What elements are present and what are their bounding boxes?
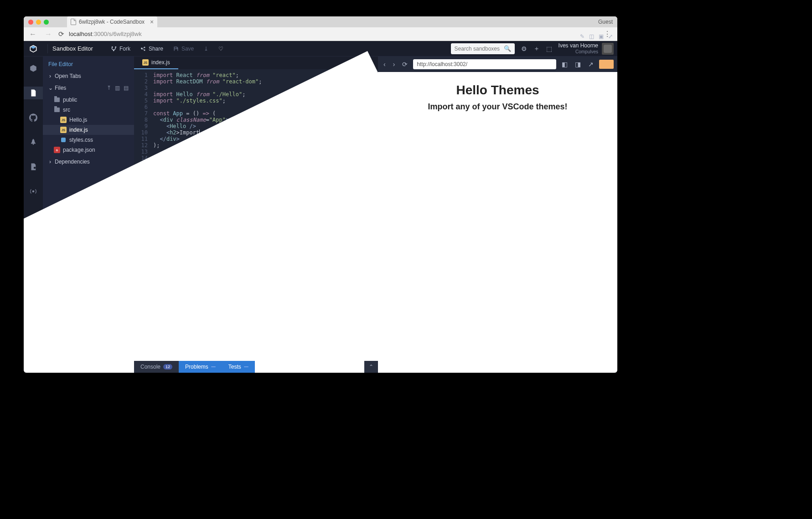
search-icon[interactable]: 🔍 [504,45,511,52]
browser-tab[interactable]: 6wllzpj8wk - CodeSandbox × [67,16,157,27]
upload-icon[interactable]: ⤒ [107,85,111,91]
github-icon[interactable] [24,111,43,124]
expand-icon[interactable]: ⤢ [608,33,613,40]
open-tabs-section[interactable]: ›Open Tabs [43,70,134,82]
tests-tab[interactable]: Tests [222,361,255,373]
file-index-js[interactable]: JSindex.js [43,125,134,135]
share-button[interactable]: Share [140,46,163,52]
folder-public[interactable]: public [43,95,134,105]
preview-reload-icon[interactable]: ⟳ [400,61,409,68]
tab-label: index.js [151,59,170,66]
file-package-label: package.json [63,147,95,153]
nav-forward-icon[interactable]: → [43,30,54,38]
topbar-right: 🔍 ⚙ ＋ ⬚ Ives van Hoorne Compulves [451,43,617,55]
ln-9: 9 [134,123,153,129]
editor-tabs: JSindex.js [134,57,378,69]
top-actions: Fork Share Save ⤓ ♡ [111,46,223,52]
window-close-button[interactable] [28,20,33,25]
file-explorer: File Editor ›Open Tabs ⌄Files ⤒ ▥ ▤ publ… [43,57,134,373]
plus-icon[interactable]: ＋ [533,45,540,53]
codesandbox-app: Sandbox Editor Fork Share Save ⤓ ♡ [24,41,617,373]
activity-bar [24,57,43,373]
folder-src-label: src [63,107,70,113]
layout-right-icon[interactable]: ◨ [573,61,583,68]
fork-button[interactable]: Fork [111,46,130,52]
preview-forward-icon[interactable]: › [391,61,397,68]
avatar [602,43,614,55]
ln-6: 6 [134,104,153,110]
fork-label: Fork [119,46,130,52]
save-icon [173,46,179,51]
live-icon[interactable] [24,185,43,198]
github-footer-icon[interactable]: 🐙 [58,361,65,367]
browser-tab-title: 6wllzpj8wk - CodeSandbox [79,19,145,25]
main-area: File Editor ›Open Tabs ⌄Files ⤒ ▥ ▤ publ… [24,57,617,373]
gear-icon[interactable]: ⚙ [521,45,527,52]
folder-src[interactable]: src [43,105,134,115]
ln-12: 12 [134,142,153,149]
code-editor[interactable]: 1import React from "react"; 2import Reac… [134,69,378,361]
preview-url[interactable]: http://localhost:3002/ [413,59,556,69]
ln-4: 4 [134,91,153,98]
files-icon[interactable] [24,87,43,99]
file-styles-css[interactable]: styles.css [43,135,134,145]
console-tab[interactable]: Console12 [134,361,179,373]
sidebar-footer: 🐦 🐙 💬 DEV-1531662863-c3a48abe [43,355,134,373]
project-icon[interactable] [24,62,43,75]
reload-icon[interactable]: ⟳ [58,30,64,38]
share-label: Share [149,46,163,52]
twitter-icon[interactable]: 🐦 [47,361,54,367]
search-sandboxes[interactable]: 🔍 [451,43,515,54]
discord-icon[interactable]: 💬 [69,361,76,367]
app-logo[interactable] [24,44,43,53]
ln-10: 10 [134,129,153,136]
search-input[interactable] [455,46,500,52]
layout-left-icon[interactable]: ◧ [560,61,569,68]
files-section[interactable]: ⌄Files ⤒ ▥ ▤ [43,82,134,94]
share-icon [140,46,146,51]
download-icon[interactable]: ⤓ [204,46,208,52]
panel-expand-icon[interactable]: ⌃ [364,361,378,373]
tests-badge [244,366,248,367]
pencil-icon[interactable]: ✎ [580,33,584,40]
dependencies-section[interactable]: ›Dependencies [43,156,134,168]
console-badge: 12 [163,364,172,370]
window-minimize-button[interactable] [36,20,41,25]
app-title: Sandbox Editor [52,45,93,52]
file-package-json[interactable]: npackage.json [43,145,134,155]
new-file-icon[interactable]: ▤ [124,85,129,91]
problems-badge [211,366,216,367]
user-name: Ives van Hoorne [559,43,598,49]
tab-index-js[interactable]: JSindex.js [134,57,178,69]
theme-swatch[interactable] [599,60,614,69]
tab-close-icon[interactable]: × [150,18,154,26]
ln-2: 2 [134,78,153,85]
preview-subheading: Import any of your VSCode themes! [389,102,606,112]
app-topbar: Sandbox Editor Fork Share Save ⤓ ♡ [24,41,617,57]
split-view-icon[interactable]: ◫ [589,33,594,40]
divider [47,44,48,53]
window-maximize-button[interactable] [44,20,49,25]
save-button[interactable]: Save [173,46,194,52]
problems-tab[interactable]: Problems [179,361,222,373]
new-folder-icon[interactable]: ▥ [115,85,120,91]
preview-toolbar: ‹ › ⟳ http://localhost:3002/ ◧ ◨ ↗ [378,57,617,72]
preview-back-icon[interactable]: ‹ [382,61,388,68]
tests-label: Tests [228,364,241,370]
nav-back-icon[interactable]: ← [27,30,38,38]
open-new-window-icon[interactable]: ↗ [586,61,595,68]
file-hello-js[interactable]: JSHello.js [43,115,134,125]
ln-8: 8 [134,117,153,123]
heart-icon[interactable]: ♡ [218,46,223,52]
terminal-icon[interactable]: ▣ [599,33,604,40]
file-hello-label: Hello.js [69,117,87,123]
ln-1: 1 [134,72,153,78]
fork-icon [111,46,117,51]
box-icon[interactable]: ⬚ [546,45,552,52]
config-icon[interactable] [24,160,43,173]
ln-5: 5 [134,98,153,104]
deploy-icon[interactable] [24,136,43,149]
address-bar[interactable]: localhost:3000/s/6wllzpj8wk [69,31,596,37]
profile-label[interactable]: Guest [598,19,613,25]
user-menu[interactable]: Ives van Hoorne Compulves [559,43,614,55]
